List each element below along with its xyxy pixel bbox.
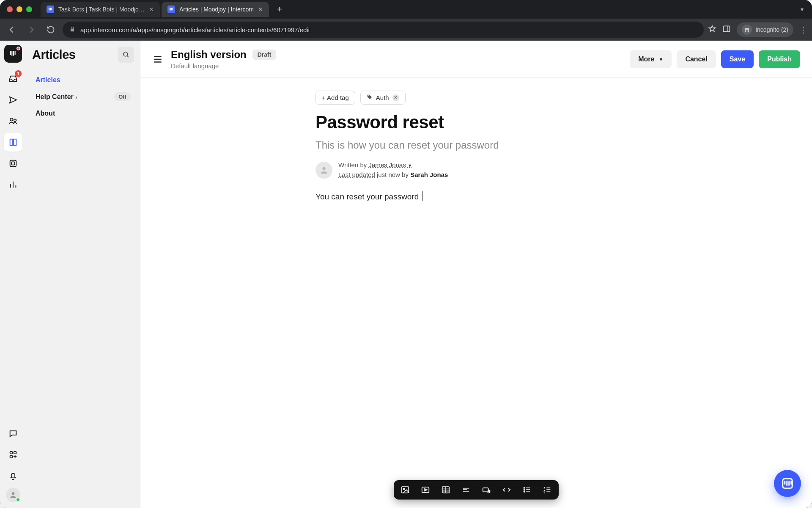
insert-video-button[interactable] [420, 484, 431, 495]
bookmark-star-icon[interactable] [708, 25, 716, 35]
insert-image-button[interactable] [400, 484, 411, 495]
window-zoom-button[interactable] [26, 6, 32, 12]
new-tab-button[interactable]: + [273, 3, 286, 16]
browser-menu-icon[interactable]: ⋮ [799, 25, 808, 35]
nav-back-button[interactable] [4, 22, 19, 37]
tag-icon [367, 94, 373, 101]
sidebar-item-help-center[interactable]: Help Center › Off [32, 88, 134, 105]
rail-articles[interactable] [4, 133, 22, 152]
svg-rect-5 [10, 452, 13, 454]
browser-tab-bar: Task Bots | Task Bots | Moodjo… ✕ Articl… [0, 0, 812, 19]
editor-area: + Add tag Auth ✕ Password reset This is … [140, 78, 812, 508]
sidebar-item-label: About [36, 110, 55, 117]
panel-icon[interactable] [722, 25, 731, 35]
cancel-button[interactable]: Cancel [677, 50, 716, 68]
svg-point-10 [322, 167, 325, 170]
publish-button[interactable]: Publish [759, 50, 800, 68]
rail-reports[interactable] [4, 175, 22, 194]
tag-chip[interactable]: Auth ✕ [360, 91, 406, 105]
insert-table-button[interactable] [440, 484, 451, 495]
save-button[interactable]: Save [721, 50, 754, 68]
browser-address-bar: app.intercom.com/a/apps/nnsgmgob/article… [0, 19, 812, 41]
sidebar-item-label: Help Center [36, 93, 74, 100]
tab-close-icon[interactable]: ✕ [258, 6, 263, 13]
intercom-favicon-icon [167, 6, 175, 13]
sidebar-search-button[interactable] [118, 47, 134, 63]
chevron-right-icon: › [75, 94, 77, 100]
rail-operator[interactable] [4, 154, 22, 173]
svg-rect-6 [14, 452, 16, 454]
tag-remove-icon[interactable]: ✕ [392, 94, 399, 101]
browser-tab-title: Task Bots | Task Bots | Moodjo… [58, 6, 145, 13]
svg-rect-3 [10, 160, 16, 167]
svg-rect-4 [11, 162, 14, 165]
window-controls [7, 6, 32, 12]
svg-point-2 [14, 119, 16, 121]
written-by-prefix: Written by [338, 161, 368, 168]
url-text: app.intercom.com/a/apps/nnsgmgob/article… [80, 26, 310, 33]
svg-point-18 [524, 491, 524, 492]
more-button-label: More [638, 55, 654, 63]
svg-point-12 [403, 488, 405, 490]
main-panel: English version Draft Default language M… [140, 41, 812, 508]
search-icon [122, 51, 130, 58]
text-cursor-icon [422, 191, 423, 201]
inbox-badge: 1 [15, 70, 22, 77]
chevron-down-icon: ▼ [408, 163, 412, 168]
nav-reload-button[interactable] [43, 22, 58, 37]
browser-tab[interactable]: Articles | Moodjoy | Intercom ✕ [162, 2, 269, 17]
svg-rect-7 [10, 456, 13, 458]
sidebar: Articles Articles Help Center › Off Abou… [26, 41, 140, 508]
rail-messenger[interactable] [4, 424, 22, 443]
status-badge: Off [114, 92, 131, 101]
insert-button-button[interactable] [481, 484, 492, 495]
add-tag-button[interactable]: + Add tag [315, 91, 355, 105]
sidebar-item-about[interactable]: About [32, 105, 134, 121]
sidebar-item-label: Articles [36, 76, 60, 84]
rail-apps[interactable] [4, 445, 22, 464]
svg-point-1 [10, 118, 13, 121]
rail-outbound[interactable] [4, 91, 22, 109]
article-body-input[interactable]: You can reset your password [315, 190, 637, 203]
sidebar-item-articles[interactable]: Articles [32, 72, 134, 88]
insert-code-button[interactable] [501, 484, 512, 495]
article-title-input[interactable]: Password reset [315, 112, 637, 133]
insert-divider-button[interactable] [461, 484, 472, 495]
rail-inbox[interactable]: 1 [4, 69, 22, 88]
article-subtitle-input[interactable]: This is how you can reset your password [315, 139, 637, 151]
rail-contacts[interactable] [4, 112, 22, 130]
last-editor-name: Sarah Jonas [410, 171, 448, 178]
svg-rect-15 [483, 488, 488, 491]
tabs-dropdown-icon[interactable]: ▾ [801, 6, 804, 13]
incognito-badge[interactable]: Incognito (2) [737, 22, 793, 37]
sidebar-title: Articles [32, 48, 75, 62]
url-input[interactable]: app.intercom.com/a/apps/nnsgmgob/article… [63, 22, 704, 38]
tag-label: Auth [376, 94, 389, 101]
notification-dot-icon [16, 47, 20, 50]
bulleted-list-button[interactable] [521, 484, 532, 495]
author-dropdown[interactable]: James Jonas▼ [368, 161, 412, 168]
rail-notifications[interactable] [4, 467, 22, 485]
last-updated-rest: just now by [375, 171, 410, 178]
browser-tab[interactable]: Task Bots | Task Bots | Moodjo… ✕ [41, 2, 160, 17]
chevron-down-icon: ▼ [658, 57, 663, 62]
svg-point-17 [524, 489, 524, 490]
page-title: English version [171, 49, 247, 61]
rail-profile-avatar[interactable] [6, 488, 20, 502]
more-button[interactable]: More ▼ [630, 50, 672, 68]
tab-close-icon[interactable]: ✕ [149, 6, 154, 13]
intercom-icon [781, 477, 794, 490]
nav-forward-button[interactable] [24, 22, 39, 37]
article-topbar: English version Draft Default language M… [140, 41, 812, 78]
add-tag-label: + Add tag [322, 94, 349, 101]
byline: Written by James Jonas▼ Last updated jus… [315, 160, 637, 179]
numbered-list-button[interactable] [542, 484, 553, 495]
window-close-button[interactable] [7, 6, 13, 12]
intercom-messenger-fab[interactable] [774, 470, 801, 497]
nav-rail: 1 [0, 41, 26, 508]
window-minimize-button[interactable] [16, 6, 22, 12]
intercom-logo[interactable] [4, 45, 22, 63]
toggle-sidebar-button[interactable] [152, 54, 163, 65]
svg-point-16 [524, 487, 524, 488]
svg-rect-0 [724, 26, 730, 31]
